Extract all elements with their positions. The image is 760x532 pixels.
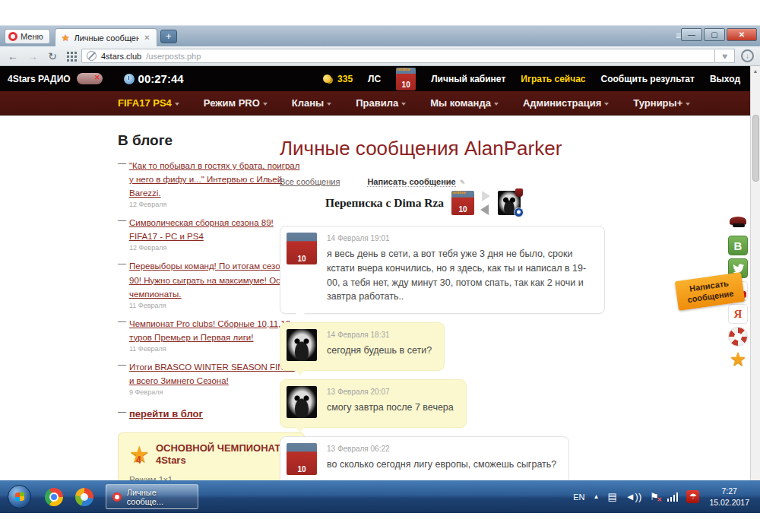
opera-menu-label: Меню (21, 32, 43, 41)
blog-post-date: 11 Февраля (129, 302, 300, 309)
page-scrollbar[interactable]: ▲ (750, 66, 760, 480)
chevron-down-icon (175, 103, 179, 106)
scroll-up-icon[interactable]: ▲ (751, 66, 760, 76)
nav-item-administratsiya[interactable]: Администрация (523, 97, 609, 109)
thread-header: Переписка с Dima Rza online 10 (325, 191, 614, 215)
url-path: /userposts.php (146, 52, 201, 61)
message-date: 14 Февраля 19:01 (327, 234, 592, 242)
blog-post-item: Чемпионат Pro clubs! Сборные 10,11,12 ту… (118, 316, 300, 353)
message-bubble: 14 Февраля 18:31 сегодня будешь в сети? (280, 322, 445, 371)
nav-item-pravila[interactable]: Правила (356, 97, 406, 109)
blog-sidebar: В блоге "Как то побывал в гостях у брата… (118, 132, 300, 480)
blog-post-link[interactable]: Чемпионат Pro clubs! Сборные 10,11,12 ту… (129, 319, 290, 342)
avatar-dima-rza[interactable] (287, 386, 317, 418)
reload-icon[interactable]: ↻ (46, 50, 59, 62)
action-center-icon[interactable]: ▤ (607, 492, 616, 502)
star-icon[interactable]: ★ (728, 350, 748, 369)
messages-main: Личные сообщения AlanParker Все сообщени… (280, 137, 614, 480)
scrollbar-thumb[interactable] (752, 115, 759, 182)
windows-flag-icon (15, 492, 24, 502)
header-link-play-now[interactable]: Играть сейчас (521, 74, 585, 84)
blog-post-link[interactable]: "Как то побывал в гостях у брата, поигра… (129, 161, 299, 198)
maintenance-flag-icon[interactable]: ⚑✕ (650, 492, 659, 502)
nav-item-turniry[interactable]: Турниры+ (633, 97, 690, 109)
lifebuoy-icon[interactable] (728, 327, 748, 347)
championship-promo-box: ★4 ОСНОВНОЙ ЧЕМПИОНАТ 4Stars Режим 1x1 П… (118, 432, 305, 480)
chevron-down-icon (263, 103, 268, 106)
header-link-report-result[interactable]: Сообщить результат (601, 74, 695, 84)
chevron-down-icon (494, 103, 499, 106)
promo-title: ОСНОВНОЙ ЧЕМПИОНАТ 4Stars (156, 442, 293, 467)
avatar-alanparker[interactable]: online 10 (451, 191, 474, 215)
colorful-app-icon[interactable] (69, 484, 100, 510)
header-link-cabinet[interactable]: Личный кабинет (431, 74, 505, 84)
all-messages-link[interactable]: Все сообщения (280, 177, 340, 186)
private-messages-link[interactable]: ЛС (368, 74, 381, 84)
new-tab-button[interactable]: + (160, 30, 177, 43)
tab-close-icon[interactable]: ✕ (144, 33, 150, 42)
write-message-link[interactable]: Написать сообщение (367, 177, 455, 187)
bookmark-heart-icon[interactable]: ♥ (715, 49, 735, 63)
message-text: смогу завтра после 7 вечера (327, 401, 454, 415)
blog-post-date: 11 Февраля (129, 345, 300, 353)
address-bar: ← → ↻ 4stars.club/userposts.php ♥ ↓ (0, 46, 760, 66)
clock-value: 00:27:44 (138, 72, 184, 85)
radio-player-close-icon[interactable] (77, 73, 103, 84)
browser-tab[interactable]: ★ Личные сообщения Alan ✕ (55, 28, 157, 46)
blog-post-date: 12 Февраля (129, 244, 300, 252)
back-icon[interactable]: ← (6, 50, 20, 62)
nav-item-fifa17-ps4[interactable]: FIFA17 PS4 (118, 97, 179, 109)
close-button[interactable]: ✕ (727, 28, 757, 41)
network-signal-icon[interactable] (667, 492, 679, 502)
blog-post-link[interactable]: Перевыборы команд! По итогам сезона 90! … (129, 261, 290, 298)
hidden-icons-arrow-icon[interactable]: ▲ (594, 493, 600, 500)
avira-antivirus-icon[interactable]: ☂ (686, 490, 699, 503)
chrome-icon[interactable] (39, 484, 69, 510)
nav-item-my-komanda[interactable]: Мы команда (430, 97, 499, 109)
url-field[interactable]: 4stars.club/userposts.php (81, 49, 715, 63)
download-icon[interactable]: ↓ (741, 49, 754, 62)
session-clock: 00:27:44 (124, 72, 184, 85)
avatar-dima-rza[interactable] (287, 329, 317, 361)
user-avatar[interactable]: online 10 (396, 68, 416, 90)
yandex-icon[interactable]: Я (728, 304, 748, 324)
speed-dial-icon[interactable] (67, 52, 69, 54)
opera-menu-button[interactable]: Меню (5, 29, 50, 44)
nav-item-klany[interactable]: Кланы (292, 97, 331, 109)
clock-icon (124, 74, 135, 84)
admin-cap-icon[interactable] (728, 213, 748, 233)
avatar-dima-rza[interactable] (498, 191, 521, 215)
start-button[interactable] (8, 485, 31, 508)
language-indicator[interactable]: EN (573, 492, 584, 502)
blog-post-item: Символическая сборная сезона 89! FIFA17 … (118, 215, 300, 252)
blog-post-date: 12 Февраля (129, 201, 300, 208)
promo-mode: Режим 1x1 (129, 475, 293, 480)
site-info-badge-icon[interactable] (87, 51, 97, 61)
maximize-button[interactable]: ▢ (704, 28, 725, 41)
star-icon: ★4 (129, 444, 150, 465)
volume-icon[interactable]: ◄)) (625, 492, 642, 502)
message-bubble: 13 Февраля 20:07 смогу завтра после 7 ве… (280, 379, 467, 428)
avatar-alanparker[interactable]: 10 (287, 443, 317, 475)
opera-task-button[interactable]: Личные сообще... (106, 484, 198, 509)
opera-logo-icon (112, 492, 122, 502)
message-bubble: 10 13 Февраля 06:22 во сколько сегодня л… (280, 436, 569, 480)
forward-icon[interactable]: → (26, 50, 40, 62)
message-text: я весь день в сети, а вот тебя уже 3 дня… (327, 247, 592, 304)
header-link-logout[interactable]: Выход (710, 74, 740, 84)
blog-post-item: "Как то побывал в гостях у брата, поигра… (118, 158, 300, 208)
taskbar-clock[interactable]: 7:27 15.02.2017 (709, 486, 749, 508)
blog-post-link[interactable]: Символическая сборная сезона 89! FIFA17 … (129, 218, 274, 241)
coins-balance[interactable]: 335 (337, 74, 353, 84)
tab-favicon-star-icon: ★ (62, 33, 70, 43)
message-date: 13 Февраля 06:22 (327, 445, 556, 453)
minimize-button[interactable]: — (681, 28, 702, 41)
vk-icon[interactable]: B (728, 236, 748, 255)
avatar-alanparker[interactable]: 10 (287, 233, 317, 264)
blog-post-link[interactable]: Итоги BRASCO WINTER SEASON FINAL и всего… (129, 363, 295, 385)
goto-blog-link[interactable]: перейти в блог (129, 408, 203, 420)
compose-pencil-icon: ✎ (460, 179, 466, 186)
chevron-down-icon (686, 103, 690, 106)
nav-item-rezhim-pro[interactable]: Режим PRO (204, 97, 268, 109)
window-controls: — ▢ ✕ (679, 28, 757, 41)
